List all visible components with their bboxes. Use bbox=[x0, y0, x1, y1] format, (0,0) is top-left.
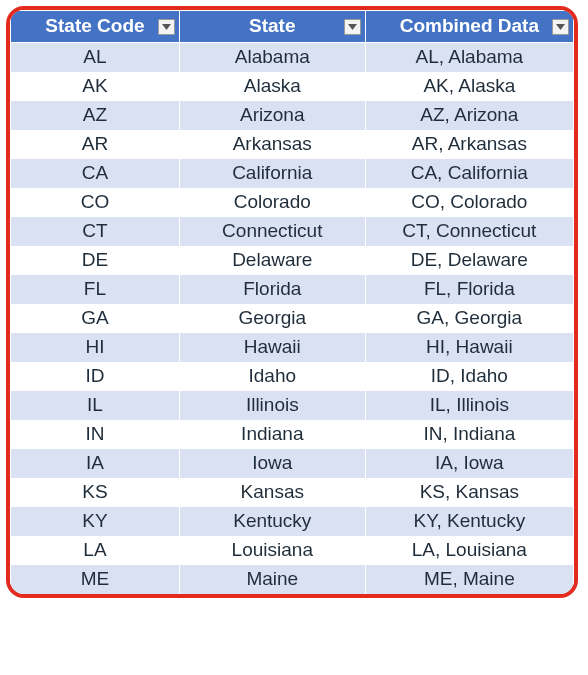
cell-state-code[interactable]: FL bbox=[11, 275, 180, 304]
table-row[interactable]: HIHawaiiHI, Hawaii bbox=[11, 333, 574, 362]
svg-marker-2 bbox=[556, 24, 565, 30]
dropdown-arrow-icon bbox=[162, 24, 171, 30]
cell-state-code[interactable]: CO bbox=[11, 188, 180, 217]
filter-button-state-code[interactable] bbox=[158, 19, 175, 35]
cell-combined[interactable]: ME, Maine bbox=[365, 565, 573, 594]
cell-state[interactable]: Colorado bbox=[179, 188, 365, 217]
cell-state-code[interactable]: IN bbox=[11, 420, 180, 449]
cell-state[interactable]: Indiana bbox=[179, 420, 365, 449]
cell-state[interactable]: Florida bbox=[179, 275, 365, 304]
table-row[interactable]: CTConnecticutCT, Connecticut bbox=[11, 217, 574, 246]
cell-state-code[interactable]: CT bbox=[11, 217, 180, 246]
cell-state[interactable]: Hawaii bbox=[179, 333, 365, 362]
cell-state[interactable]: Iowa bbox=[179, 449, 365, 478]
header-label: Combined Data bbox=[400, 15, 539, 37]
cell-combined[interactable]: LA, Louisiana bbox=[365, 536, 573, 565]
cell-combined[interactable]: KS, Kansas bbox=[365, 478, 573, 507]
cell-state[interactable]: Illinois bbox=[179, 391, 365, 420]
cell-state-code[interactable]: GA bbox=[11, 304, 180, 333]
table-row[interactable]: IDIdahoID, Idaho bbox=[11, 362, 574, 391]
header-state[interactable]: State bbox=[179, 11, 365, 43]
cell-state-code[interactable]: KS bbox=[11, 478, 180, 507]
cell-combined[interactable]: IL, Illinois bbox=[365, 391, 573, 420]
header-combined-data[interactable]: Combined Data bbox=[365, 11, 573, 43]
cell-state-code[interactable]: AL bbox=[11, 43, 180, 73]
cell-combined[interactable]: HI, Hawaii bbox=[365, 333, 573, 362]
dropdown-arrow-icon bbox=[556, 24, 565, 30]
cell-combined[interactable]: CO, Colorado bbox=[365, 188, 573, 217]
cell-state-code[interactable]: KY bbox=[11, 507, 180, 536]
table-row[interactable]: FLFloridaFL, Florida bbox=[11, 275, 574, 304]
cell-combined[interactable]: AL, Alabama bbox=[365, 43, 573, 73]
filter-button-state[interactable] bbox=[344, 19, 361, 35]
cell-state-code[interactable]: HI bbox=[11, 333, 180, 362]
table-highlight-frame: State Code State Combined Data bbox=[6, 6, 578, 598]
table-row[interactable]: ALAlabamaAL, Alabama bbox=[11, 43, 574, 73]
cell-state-code[interactable]: ID bbox=[11, 362, 180, 391]
cell-combined[interactable]: AZ, Arizona bbox=[365, 101, 573, 130]
table-row[interactable]: MEMaineME, Maine bbox=[11, 565, 574, 594]
cell-state-code[interactable]: AR bbox=[11, 130, 180, 159]
cell-combined[interactable]: ID, Idaho bbox=[365, 362, 573, 391]
svg-marker-1 bbox=[348, 24, 357, 30]
cell-state[interactable]: Idaho bbox=[179, 362, 365, 391]
cell-state[interactable]: Kansas bbox=[179, 478, 365, 507]
table-row[interactable]: ARArkansasAR, Arkansas bbox=[11, 130, 574, 159]
table-row[interactable]: AZArizonaAZ, Arizona bbox=[11, 101, 574, 130]
cell-combined[interactable]: AR, Arkansas bbox=[365, 130, 573, 159]
cell-state[interactable]: Georgia bbox=[179, 304, 365, 333]
cell-state[interactable]: Arkansas bbox=[179, 130, 365, 159]
table-row[interactable]: KYKentuckyKY, Kentucky bbox=[11, 507, 574, 536]
table-header-row: State Code State Combined Data bbox=[11, 11, 574, 43]
svg-marker-0 bbox=[162, 24, 171, 30]
cell-state-code[interactable]: IL bbox=[11, 391, 180, 420]
cell-state[interactable]: Connecticut bbox=[179, 217, 365, 246]
table-row[interactable]: GAGeorgiaGA, Georgia bbox=[11, 304, 574, 333]
cell-combined[interactable]: FL, Florida bbox=[365, 275, 573, 304]
cell-combined[interactable]: CA, California bbox=[365, 159, 573, 188]
cell-state[interactable]: Arizona bbox=[179, 101, 365, 130]
table-row[interactable]: CACaliforniaCA, California bbox=[11, 159, 574, 188]
cell-state-code[interactable]: ME bbox=[11, 565, 180, 594]
cell-state[interactable]: Alabama bbox=[179, 43, 365, 73]
cell-state-code[interactable]: LA bbox=[11, 536, 180, 565]
cell-state-code[interactable]: DE bbox=[11, 246, 180, 275]
filter-button-combined[interactable] bbox=[552, 19, 569, 35]
cell-combined[interactable]: KY, Kentucky bbox=[365, 507, 573, 536]
cell-state[interactable]: California bbox=[179, 159, 365, 188]
table-row[interactable]: ILIllinoisIL, Illinois bbox=[11, 391, 574, 420]
cell-state[interactable]: Delaware bbox=[179, 246, 365, 275]
table-row[interactable]: INIndianaIN, Indiana bbox=[11, 420, 574, 449]
table-row[interactable]: AKAlaskaAK, Alaska bbox=[11, 72, 574, 101]
table-row[interactable]: COColoradoCO, Colorado bbox=[11, 188, 574, 217]
table-row[interactable]: LALouisianaLA, Louisiana bbox=[11, 536, 574, 565]
table-row[interactable]: KSKansasKS, Kansas bbox=[11, 478, 574, 507]
cell-state-code[interactable]: AZ bbox=[11, 101, 180, 130]
cell-state[interactable]: Louisiana bbox=[179, 536, 365, 565]
cell-combined[interactable]: GA, Georgia bbox=[365, 304, 573, 333]
states-table: State Code State Combined Data bbox=[10, 10, 574, 594]
dropdown-arrow-icon bbox=[348, 24, 357, 30]
header-state-code[interactable]: State Code bbox=[11, 11, 180, 43]
cell-state[interactable]: Kentucky bbox=[179, 507, 365, 536]
cell-combined[interactable]: AK, Alaska bbox=[365, 72, 573, 101]
cell-state-code[interactable]: CA bbox=[11, 159, 180, 188]
cell-combined[interactable]: CT, Connecticut bbox=[365, 217, 573, 246]
cell-combined[interactable]: IA, Iowa bbox=[365, 449, 573, 478]
cell-state[interactable]: Maine bbox=[179, 565, 365, 594]
cell-state-code[interactable]: AK bbox=[11, 72, 180, 101]
cell-state-code[interactable]: IA bbox=[11, 449, 180, 478]
header-label: State bbox=[249, 15, 295, 37]
cell-combined[interactable]: IN, Indiana bbox=[365, 420, 573, 449]
table-row[interactable]: IAIowaIA, Iowa bbox=[11, 449, 574, 478]
header-label: State Code bbox=[45, 15, 144, 37]
cell-state[interactable]: Alaska bbox=[179, 72, 365, 101]
cell-combined[interactable]: DE, Delaware bbox=[365, 246, 573, 275]
table-row[interactable]: DEDelawareDE, Delaware bbox=[11, 246, 574, 275]
